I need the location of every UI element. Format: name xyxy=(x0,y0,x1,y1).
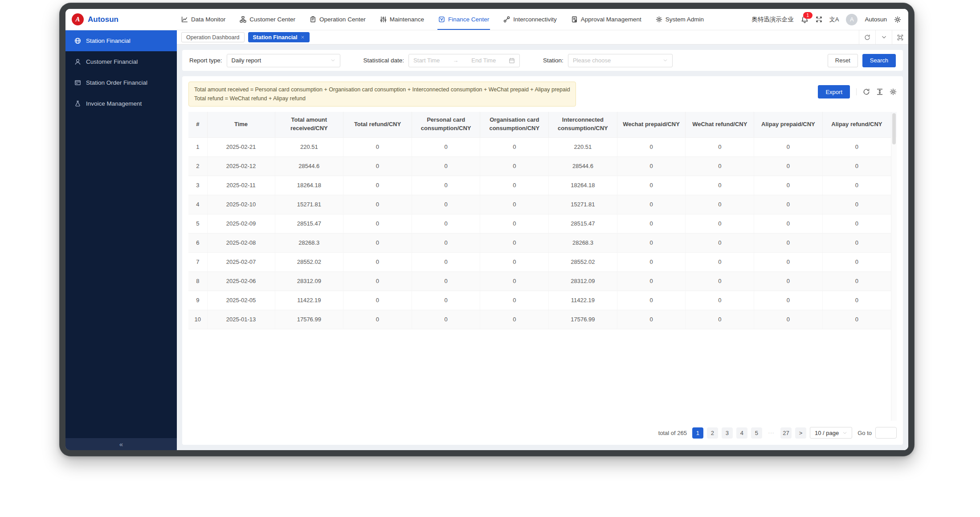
table-cell: 0 xyxy=(480,176,549,195)
table-cell: 18264.18 xyxy=(549,176,617,195)
pagination-page-4[interactable]: 4 xyxy=(736,427,747,439)
pagination-ellipsis[interactable]: ··· xyxy=(766,430,777,435)
table-cell: 0 xyxy=(343,176,412,195)
sidebar-item-label: Station Order Financial xyxy=(86,79,147,86)
notification-badge: 1 xyxy=(803,12,813,19)
nav-item-finance-center[interactable]: Finance Center xyxy=(438,9,489,30)
brand[interactable]: A Autosun xyxy=(65,13,177,25)
translate-icon[interactable]: 文A xyxy=(829,16,839,22)
nav-item-operation-center[interactable]: Operation Center xyxy=(310,9,366,30)
fullscreen-icon[interactable] xyxy=(816,16,822,23)
tab-station-financial[interactable]: Station Financial xyxy=(248,32,310,42)
column-header-total-refund-cny[interactable]: Total refund/CNY xyxy=(343,112,412,137)
table-cell: 0 xyxy=(686,176,754,195)
column-header-index[interactable]: # xyxy=(188,112,207,137)
sidebar-item-customer-financial[interactable]: Customer Financial xyxy=(65,51,177,72)
table-cell: 0 xyxy=(480,291,549,310)
table-cell: 0 xyxy=(754,233,823,252)
table-cell: 0 xyxy=(343,271,412,291)
nav-item-approval-management[interactable]: Approval Management xyxy=(571,9,641,30)
org-name[interactable]: 奥特迅演示企业 xyxy=(751,16,794,24)
pagination-next-button[interactable]: > xyxy=(795,427,806,439)
search-button[interactable]: Search xyxy=(862,54,896,67)
collapse-chevrons-icon: « xyxy=(119,440,123,448)
sidebar-item-station-order-financial[interactable]: Station Order Financial xyxy=(65,72,177,93)
body-row: Station FinancialCustomer FinancialStati… xyxy=(65,30,908,450)
nav-item-maintenance[interactable]: Maintenance xyxy=(380,9,424,30)
column-header-wechat-prepaid-cny[interactable]: Wechat prepaid/CNY xyxy=(617,112,686,137)
tab-list-chevron-icon[interactable] xyxy=(875,30,892,44)
table-cell: 0 xyxy=(754,156,823,176)
row-height-icon[interactable] xyxy=(876,88,883,95)
reset-button[interactable]: Reset xyxy=(828,54,858,67)
sidebar-collapse-button[interactable]: « xyxy=(65,438,177,450)
table-row: 92025-02-0511422.1900011422.190000 xyxy=(188,291,891,310)
close-icon[interactable] xyxy=(301,35,305,39)
table-cell: 0 xyxy=(412,291,480,310)
header-settings-gear-icon[interactable] xyxy=(894,16,901,23)
table-cell: 0 xyxy=(343,214,412,233)
pagination-page-3[interactable]: 3 xyxy=(722,427,733,439)
table-scrollbar-track[interactable] xyxy=(891,112,897,421)
column-header-total-amount-received-cny[interactable]: Total amount received/CNY xyxy=(275,112,343,137)
table-cell: 0 xyxy=(822,252,891,271)
date-range-picker[interactable]: Start Time → End Time xyxy=(408,54,520,67)
column-header-interconnected-consumption-cny[interactable]: Interconnected consumption/CNY xyxy=(549,112,617,137)
toolbar-divider xyxy=(856,88,857,95)
pagination-page-2[interactable]: 2 xyxy=(707,427,718,439)
user-avatar[interactable]: A xyxy=(846,14,858,25)
table-cell: 2025-02-07 xyxy=(207,252,275,271)
sidebar-item-station-financial[interactable]: Station Financial xyxy=(65,30,177,51)
table-refresh-icon[interactable] xyxy=(863,88,870,95)
pagination-page-1[interactable]: 1 xyxy=(692,427,703,439)
table-row: 52025-02-0928515.4700028515.470000 xyxy=(188,214,891,233)
table-cell: 0 xyxy=(822,176,891,195)
notification-bell-icon[interactable]: 1 xyxy=(801,16,808,23)
table-cell: 3 xyxy=(188,176,207,195)
globe-icon xyxy=(74,37,81,44)
column-header-alipay-prepaid-cny[interactable]: Alipay prepaid/CNY xyxy=(754,112,823,137)
pagination-page-27[interactable]: 27 xyxy=(780,427,792,439)
column-header-personal-card-consumption-cny[interactable]: Personal card consumption/CNY xyxy=(412,112,480,137)
table-cell: 2025-02-09 xyxy=(207,214,275,233)
table-cell: 28544.6 xyxy=(549,156,617,176)
export-button[interactable]: Export xyxy=(818,85,850,98)
end-time-placeholder: End Time xyxy=(471,57,496,64)
goto-page-input[interactable] xyxy=(875,427,897,439)
table-scrollbar-thumb[interactable] xyxy=(892,113,896,144)
chevron-down-icon xyxy=(842,431,847,435)
table-cell: 0 xyxy=(480,252,549,271)
column-header-time[interactable]: Time xyxy=(207,112,275,137)
brand-logo-letter: A xyxy=(75,16,80,23)
page-size-select[interactable]: 10 / page xyxy=(810,427,852,439)
table-cell: 2025-02-08 xyxy=(207,233,275,252)
table-cell: 28544.6 xyxy=(275,156,343,176)
table-row: 22025-02-1228544.600028544.60000 xyxy=(188,156,891,176)
pagination-pages: 12345···27 xyxy=(692,427,792,439)
table-cell: 0 xyxy=(412,233,480,252)
column-header-wechat-refund-cny[interactable]: WeChat refund/CNY xyxy=(686,112,754,137)
tab-refresh-icon[interactable] xyxy=(859,30,875,44)
nav-item-customer-center[interactable]: Customer Center xyxy=(240,9,295,30)
nav-item-label: Data Monitor xyxy=(191,16,225,23)
table-cell: 17576.99 xyxy=(549,310,617,329)
nav-item-interconnectivity[interactable]: Interconnectivity xyxy=(503,9,557,30)
table-cell: 28552.02 xyxy=(275,252,343,271)
table-row: 32025-02-1118264.1800018264.180000 xyxy=(188,176,891,195)
column-settings-gear-icon[interactable] xyxy=(890,88,897,95)
table-cell: 0 xyxy=(686,271,754,291)
nav-item-label: Maintenance xyxy=(390,16,424,23)
sidebar-item-invoice-management[interactable]: Invoice Management xyxy=(65,93,177,114)
user-name[interactable]: Autosun xyxy=(865,16,887,23)
org-icon xyxy=(240,16,246,23)
report-type-select[interactable]: Daily report xyxy=(227,54,340,67)
tab-operation-dashboard[interactable]: Operation Dashboard xyxy=(181,32,245,42)
column-header-alipay-refund-cny[interactable]: Alipay refund/CNY xyxy=(822,112,891,137)
column-header-organisation-card-consumption-cny[interactable]: Organisation card consumption/CNY xyxy=(480,112,549,137)
nav-item-system-admin[interactable]: System Admin xyxy=(656,9,704,30)
station-select[interactable]: Please choose xyxy=(568,54,673,67)
pagination-page-5[interactable]: 5 xyxy=(751,427,762,439)
nav-item-data-monitor[interactable]: Data Monitor xyxy=(181,9,225,30)
table-cell: 0 xyxy=(617,137,686,156)
tab-expand-icon[interactable] xyxy=(892,30,908,44)
